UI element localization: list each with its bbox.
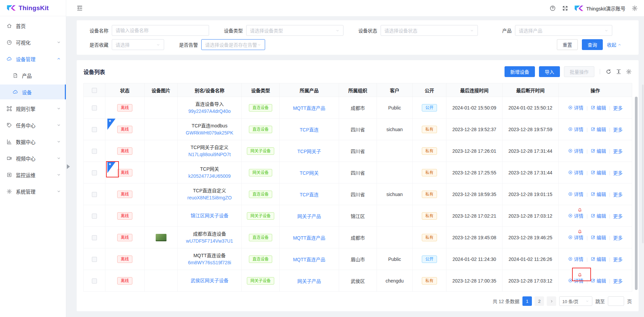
device-type-select[interactable]: 请选择设备类型 <box>246 25 343 36</box>
more-link[interactable]: 更多 <box>613 234 623 241</box>
product-link[interactable]: MQTT直连产品 <box>293 235 326 241</box>
fullscreen-icon[interactable] <box>562 5 568 11</box>
detail-link[interactable]: 详情 <box>568 147 584 154</box>
more-link[interactable]: 更多 <box>613 191 623 198</box>
more-link[interactable]: 更多 <box>613 148 623 154</box>
product-link[interactable]: TCP网关子 <box>298 149 321 154</box>
edit-link[interactable]: 编辑 <box>591 255 606 262</box>
product-link[interactable]: MQTT直连产品 <box>293 257 326 262</box>
row-checkbox[interactable] <box>92 170 97 175</box>
row-checkbox[interactable] <box>92 105 97 111</box>
row-checkbox[interactable] <box>92 149 97 154</box>
device-name-input-field[interactable] <box>115 28 205 33</box>
reset-button[interactable]: 重置 <box>557 39 578 50</box>
batch-operation-button[interactable]: 批量操作 <box>564 66 594 77</box>
row-checkbox[interactable] <box>92 257 97 262</box>
product-link[interactable]: 网关子产品 <box>298 214 321 219</box>
favorite-select[interactable]: 请选择 <box>112 39 164 50</box>
row-checkbox[interactable] <box>92 192 97 197</box>
account-menu[interactable]: Thingskit演示账号 <box>574 5 625 12</box>
sidebar-item-monitor-ops[interactable]: 监控运维 <box>0 167 66 182</box>
table-settings-icon[interactable] <box>626 69 632 75</box>
device-type-cell: 直连设备 <box>242 248 280 270</box>
menu-fold-icon[interactable] <box>76 5 83 11</box>
row-checkbox[interactable] <box>92 278 97 284</box>
next-page-button[interactable] <box>547 296 556 306</box>
product-link[interactable]: TCP直连 <box>300 127 319 132</box>
sidebar-expand-handle[interactable] <box>67 164 70 169</box>
detail-link[interactable]: 详情 <box>568 169 584 176</box>
device-name-input[interactable] <box>112 25 209 36</box>
sidebar-item-data-center[interactable]: 数据中心 <box>0 134 66 149</box>
product-link[interactable]: TCP网关 <box>300 170 319 176</box>
sidebar-item-rule-engine[interactable]: 规则引擎 <box>0 101 66 116</box>
collapse-filters-link[interactable]: 收起 <box>607 41 622 48</box>
alarm-select[interactable]: 请选择设备是否存在告警 <box>201 39 265 50</box>
edit-link[interactable]: 编辑 <box>591 104 606 111</box>
edit-link[interactable]: 编辑 <box>591 126 606 132</box>
product-select[interactable]: 请选择产品 <box>515 25 612 36</box>
jump-page-input[interactable] <box>608 296 624 306</box>
sidebar-item-device[interactable]: 设备 <box>0 84 66 99</box>
product-link[interactable]: TCP直连 <box>300 192 319 197</box>
detail-link[interactable]: 详情 <box>568 255 584 262</box>
sidebar-item-visualization[interactable]: 可视化 <box>0 35 66 50</box>
organization-cell: 四川省 <box>339 140 377 162</box>
edit-link[interactable]: 编辑 <box>591 234 606 241</box>
edit-link[interactable]: 编辑 <box>591 191 606 197</box>
refresh-icon[interactable] <box>606 69 612 75</box>
device-code-link[interactable]: 99y22497A4drQ40o <box>179 108 240 115</box>
settings-icon[interactable] <box>632 5 638 11</box>
page-button-2[interactable]: 2 <box>535 296 544 306</box>
product-link[interactable]: MQTT直连产品 <box>293 105 326 111</box>
import-button[interactable]: 导入 <box>539 66 560 77</box>
device-code-link[interactable]: 6m8WY76sS19f728i <box>179 259 240 266</box>
more-link[interactable]: 更多 <box>613 213 623 219</box>
device-image[interactable] <box>156 234 166 241</box>
sidebar-item-home[interactable]: 首页 <box>0 18 66 33</box>
edit-link[interactable]: 编辑 <box>591 147 606 154</box>
detail-link[interactable]: 详情 <box>568 212 584 219</box>
device-code-link[interactable]: GWRkWHt079ak25PK <box>179 129 240 137</box>
device-status-select[interactable]: 请选择设备状态 <box>381 25 478 36</box>
device-code-link[interactable]: wU7DF5F714Vw37U1 <box>179 238 240 245</box>
detail-link[interactable]: 详情 <box>568 191 584 197</box>
row-checkbox[interactable] <box>92 127 97 132</box>
select-all-checkbox[interactable] <box>92 88 97 93</box>
sidebar-item-video-center[interactable]: 视频中心 <box>0 151 66 166</box>
page-button-1[interactable]: 1 <box>522 296 532 306</box>
add-device-button[interactable]: 新增设备 <box>505 66 535 77</box>
sidebar-item-task-center[interactable]: 任务中心 <box>0 118 66 132</box>
device-code-link[interactable]: reuoX8NE1Si8mgZO <box>179 194 240 201</box>
device-code-link[interactable]: N17Lq88oui9NPO7t <box>179 151 240 158</box>
search-button[interactable]: 查询 <box>582 39 603 50</box>
more-link[interactable]: 更多 <box>613 169 623 176</box>
product-link[interactable]: 网关子产品 <box>298 278 321 284</box>
device-name-cell: 武侯区网关子设备 <box>178 270 242 292</box>
sidebar-item-device-mgmt[interactable]: 设备管理 <box>0 51 66 66</box>
edit-link[interactable]: 编辑 <box>591 212 606 219</box>
page-size-select[interactable]: 10 条/页 <box>559 296 592 306</box>
table-scrollbar-thumb[interactable] <box>635 97 638 290</box>
device-name-link[interactable]: 锦江区网关子设备 <box>179 212 240 219</box>
page-scrollbar-thumb[interactable] <box>642 84 644 243</box>
more-link[interactable]: 更多 <box>613 126 623 133</box>
sidebar-item-product[interactable]: 产品 <box>0 68 66 83</box>
detail-link[interactable]: 详情 <box>568 234 584 241</box>
edit-link[interactable]: 编辑 <box>591 169 606 176</box>
detail-link[interactable]: 详情 <box>568 104 584 111</box>
device-code-link[interactable]: k2052477J4U65009 <box>179 173 240 180</box>
row-checkbox[interactable] <box>92 214 97 219</box>
device-name-cell: TCP网关子自定义N17Lq88oui9NPO7t <box>178 140 242 162</box>
table-row: 离线MQTT直连设备6m8WY76sS19f728i直连设备MQTT直连产品眉山… <box>84 248 632 270</box>
help-icon[interactable] <box>549 5 556 11</box>
edit-link[interactable]: 编辑 <box>591 277 606 284</box>
device-name-link[interactable]: 武侯区网关子设备 <box>179 277 240 284</box>
more-link[interactable]: 更多 <box>613 277 623 284</box>
row-checkbox[interactable] <box>92 235 97 240</box>
sidebar-item-system-mgmt[interactable]: 系统管理 <box>0 184 66 199</box>
more-link[interactable]: 更多 <box>613 104 623 111</box>
more-link[interactable]: 更多 <box>613 256 623 263</box>
row-height-icon[interactable] <box>616 69 622 75</box>
detail-link[interactable]: 详情 <box>568 126 584 132</box>
